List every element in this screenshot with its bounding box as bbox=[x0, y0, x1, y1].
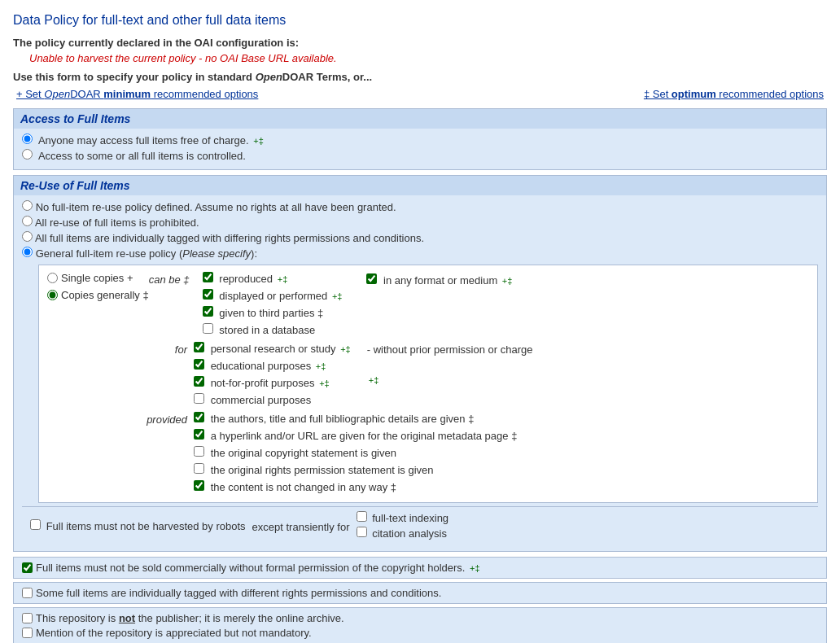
cb-rights-stmt-label[interactable]: the original rights permission statement… bbox=[194, 463, 517, 476]
cb-database[interactable] bbox=[203, 323, 213, 334]
cb-authors[interactable] bbox=[194, 412, 204, 422]
cb-sold[interactable] bbox=[22, 562, 33, 573]
cb-commercial[interactable] bbox=[194, 393, 204, 404]
reuse-radio-4[interactable] bbox=[22, 247, 33, 257]
reuse-radio-3[interactable] bbox=[22, 231, 33, 242]
cb-not-changed[interactable] bbox=[194, 480, 204, 491]
reuse-header: Re-Use of Full Items bbox=[14, 176, 826, 195]
reuse-section: Re-Use of Full Items No full-item re-use… bbox=[13, 175, 827, 552]
cb-third-label[interactable]: given to third parties ‡ bbox=[203, 306, 343, 319]
publisher-label[interactable]: This repository is not the publisher; it… bbox=[22, 612, 818, 624]
except-options: full-text indexing citation analysis bbox=[357, 511, 453, 542]
cb-commercial-label[interactable]: commercial purposes bbox=[194, 393, 351, 406]
cb-copyright-stmt[interactable] bbox=[194, 446, 204, 457]
cb-rights-stmt[interactable] bbox=[194, 463, 204, 474]
cb-database-label[interactable]: stored in a database bbox=[203, 323, 343, 336]
cb-displayed-label[interactable]: displayed or performed +‡ bbox=[203, 289, 343, 302]
can-be-label: can be ‡ bbox=[149, 272, 198, 286]
cb-mention[interactable] bbox=[22, 628, 33, 638]
reuse-option-1[interactable]: No full-item re-use policy defined. Assu… bbox=[22, 200, 818, 213]
sold-label[interactable]: Full items must not be sold commercially… bbox=[22, 562, 480, 574]
access-radio-2[interactable] bbox=[22, 149, 33, 160]
specify-box: Single copies + Copies generally ‡ can b… bbox=[38, 265, 818, 503]
copies-generally-radio[interactable] bbox=[47, 290, 58, 300]
access-option-1[interactable]: Anyone may access full items free of cha… bbox=[22, 133, 818, 147]
reuse-option-3[interactable]: All full items are individually tagged w… bbox=[22, 231, 818, 244]
cb-educational-label[interactable]: educational purposes +‡ bbox=[194, 359, 351, 372]
single-copies-radio-label[interactable]: Single copies + bbox=[47, 272, 149, 284]
provided-options: the authors, title and full bibliographi… bbox=[194, 412, 517, 496]
access-label-2: Access to some or all full items is cont… bbox=[38, 150, 246, 162]
cb-individually[interactable] bbox=[22, 588, 33, 598]
minimum-link[interactable]: + Set OpenDOAR minimum recommended optio… bbox=[16, 88, 258, 100]
provided-label: provided bbox=[47, 412, 194, 426]
reuse-option-2[interactable]: All re-use of full items is prohibited. bbox=[22, 216, 818, 229]
cb-harvested-label[interactable]: Full items must not be harvested by robo… bbox=[30, 519, 246, 532]
access-radio-1[interactable] bbox=[22, 133, 33, 144]
cb-personal[interactable] bbox=[194, 342, 204, 352]
cb-copyright-stmt-label[interactable]: the original copyright statement is give… bbox=[194, 446, 517, 459]
access-body: Anyone may access full items free of cha… bbox=[14, 129, 826, 169]
reuse-option-4[interactable]: General full-item re-use policy (Please … bbox=[22, 247, 818, 260]
cb-any-format-label[interactable]: in any format or medium +‡ bbox=[366, 273, 512, 287]
policy-current-label: The policy currently declared in the OAI… bbox=[13, 37, 827, 49]
cb-not-changed-label[interactable]: the content is not changed in any way ‡ bbox=[194, 480, 517, 493]
mention-label[interactable]: Mention of the repository is appreciated… bbox=[22, 627, 818, 639]
cb-publisher[interactable] bbox=[22, 613, 33, 623]
without-prior: - without prior permission or charge +‡ bbox=[367, 342, 533, 386]
reuse-radio-1[interactable] bbox=[22, 200, 33, 211]
access-label-1: Anyone may access full items free of cha… bbox=[38, 134, 264, 147]
title-sub: for full-text and other full data items bbox=[79, 13, 286, 27]
cb-fulltext-label[interactable]: full-text indexing bbox=[357, 511, 449, 524]
cb-any-format[interactable] bbox=[366, 273, 377, 284]
optimum-link[interactable]: ‡ Set optimum recommended options bbox=[644, 88, 824, 100]
cb-reproduced[interactable] bbox=[203, 272, 213, 282]
form-intro: Use this form to specify your policy in … bbox=[13, 71, 827, 83]
cb-citation-label[interactable]: citation analysis bbox=[357, 527, 449, 540]
cb-personal-label[interactable]: personal research or study +‡ bbox=[194, 342, 351, 355]
cb-hyperlink[interactable] bbox=[194, 429, 204, 440]
cb-authors-label[interactable]: the authors, title and full bibliographi… bbox=[194, 412, 517, 425]
sold-row: Full items must not be sold commercially… bbox=[13, 557, 827, 579]
single-copies-radio[interactable] bbox=[47, 273, 58, 283]
individually-label[interactable]: Some full items are individually tagged … bbox=[22, 587, 441, 599]
cb-harvested[interactable] bbox=[30, 519, 41, 530]
cb-citation[interactable] bbox=[357, 527, 367, 537]
cb-third[interactable] bbox=[203, 306, 213, 317]
title-main: Data Policy bbox=[13, 13, 79, 27]
policy-unable: Unable to harvest the current policy - n… bbox=[29, 52, 827, 64]
harvesting-row: Full items must not be harvested by robo… bbox=[22, 506, 818, 546]
reuse-body: No full-item re-use policy defined. Assu… bbox=[14, 195, 826, 551]
bottom-section: This repository is not the publisher; it… bbox=[13, 607, 827, 643]
options-links: + Set OpenDOAR minimum recommended optio… bbox=[13, 88, 827, 100]
for-label: for bbox=[47, 342, 194, 356]
copies-generally-radio-label[interactable]: Copies generally ‡ bbox=[47, 289, 149, 301]
individually-row: Some full items are individually tagged … bbox=[13, 582, 827, 604]
cb-fulltext[interactable] bbox=[357, 511, 367, 522]
cb-nonprofit-label[interactable]: not-for-profit purposes +‡ bbox=[194, 376, 351, 389]
for-row: for personal research or study +‡ educat… bbox=[47, 342, 809, 409]
access-option-2[interactable]: Access to some or all full items is cont… bbox=[22, 149, 818, 162]
page-container: Data Policy for full-text and other full… bbox=[0, 0, 840, 643]
cb-hyperlink-label[interactable]: a hyperlink and/or URL are given for the… bbox=[194, 429, 517, 442]
access-section: Access to Full Items Anyone may access f… bbox=[13, 108, 827, 170]
reproduced-col: reproduced +‡ displayed or performed +‡ … bbox=[203, 272, 343, 339]
cb-reproduced-label[interactable]: reproduced +‡ bbox=[203, 272, 343, 285]
reuse-radio-2[interactable] bbox=[22, 216, 33, 226]
for-options: personal research or study +‡ educationa… bbox=[194, 342, 351, 409]
cb-educational[interactable] bbox=[194, 359, 204, 370]
except-label: except transiently for bbox=[252, 521, 350, 533]
access-header: Access to Full Items bbox=[14, 109, 826, 129]
provided-row: provided the authors, title and full bib… bbox=[47, 412, 809, 496]
page-title: Data Policy for full-text and other full… bbox=[13, 10, 827, 28]
in-any-format-col: in any format or medium +‡ bbox=[366, 272, 512, 289]
cb-nonprofit[interactable] bbox=[194, 376, 204, 387]
cb-displayed[interactable] bbox=[203, 289, 213, 300]
